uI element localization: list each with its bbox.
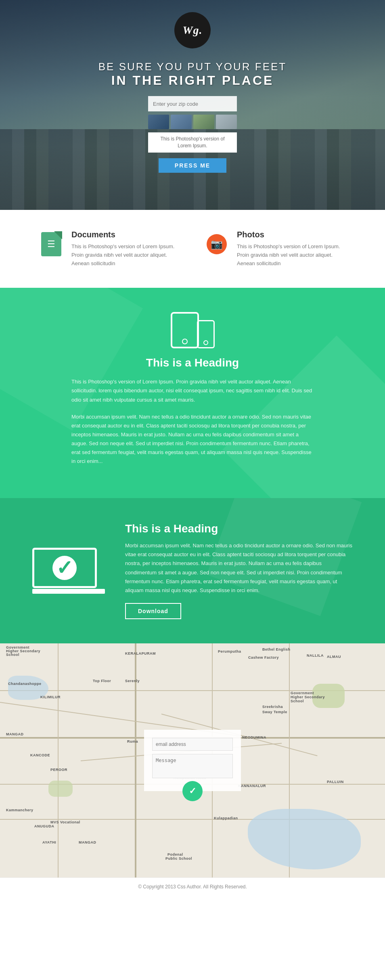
thumb-4[interactable]	[216, 115, 237, 129]
devices-icon	[32, 312, 353, 348]
road-v2	[58, 643, 59, 877]
download-button[interactable]: Download	[125, 603, 181, 619]
green1-paragraph2: Morbi accumsan ipsum velit. Nam nec tell…	[71, 413, 314, 466]
road-v1	[135, 643, 136, 877]
laptop-body: ✓	[32, 548, 97, 588]
map-email-input[interactable]	[152, 738, 233, 751]
map-label-mvs: MVS Vocational	[50, 820, 80, 824]
map-submit-check[interactable]: ✓	[182, 781, 203, 801]
map-label-publicschool: Public School	[165, 856, 192, 861]
map-label-kulappadian: Kulappadian	[214, 816, 238, 820]
logo: Wg.	[174, 12, 211, 48]
laptop-check-icon: ✓	[32, 548, 105, 594]
hero-input-area: This is Photoshop's version of Lorem Ips…	[148, 96, 237, 173]
thumb-1[interactable]	[148, 115, 169, 129]
green-section-2: ✓ This is a Heading Morbi accumsan ipsum…	[0, 498, 385, 643]
map-section: KERALAPURAM Perumputha Bethel English NA…	[0, 643, 385, 877]
green1-paragraph1: This is Photoshop's version of Lorem Ips…	[71, 377, 314, 404]
feature-photos-text: Photos This is Photoshop's version of Lo…	[237, 230, 346, 268]
map-label-palluin: PALLUIN	[327, 780, 344, 784]
map-label-serenly: Serenly	[125, 679, 140, 683]
thumb-2[interactable]	[171, 115, 192, 129]
map-label-gov5: Higher Secondary	[291, 695, 325, 699]
footer-text: © Copyright 2013 Css Author. All Rights …	[138, 884, 247, 890]
map-label-topfloor: Top Floor	[93, 679, 111, 683]
map-label-nallila: NALLILA	[307, 653, 324, 658]
tablet-icon	[171, 312, 199, 348]
thumb-3[interactable]	[193, 115, 214, 129]
map-label-neodumina: NEODUMINA	[242, 735, 266, 739]
feature-photos: 📷 Photos This is Photoshop's version of …	[205, 230, 346, 268]
feature-photos-title: Photos	[237, 230, 346, 239]
map-label-podenal: Podenal	[167, 852, 183, 856]
document-icon-symbol: ☰	[47, 239, 55, 249]
features-section: ☰ Documents This is Photoshop's version …	[0, 210, 385, 288]
map-label-ayathi: AYATHI	[42, 840, 56, 844]
map-label-bethel: Bethel English	[262, 647, 291, 651]
feature-documents-desc: This is Photoshop's version of Lorem Ips…	[71, 243, 180, 268]
hero-thumbnails	[148, 115, 237, 129]
zip-input[interactable]	[148, 96, 237, 111]
green1-heading: This is a Heading	[32, 356, 353, 369]
map-label-chandana: Chandanashoppe	[8, 682, 42, 686]
phone-icon	[197, 320, 215, 348]
laptop-base	[32, 589, 105, 594]
green2-paragraph: Morbi accumsan ipsum velit. Nam nec tell…	[125, 541, 353, 595]
map-water-1	[248, 809, 361, 869]
feature-photos-desc: This is Photoshop's version of Lorem Ips…	[237, 243, 346, 268]
camera-icon-symbol: 📷	[211, 239, 223, 250]
map-label-peroor: PEROOR	[50, 768, 67, 772]
map-label-perumputha: Perumputha	[218, 649, 241, 653]
green-section-1: This is a Heading This is Photoshop's ve…	[0, 288, 385, 498]
hero-section: Wg. BE SURE YOU PUT YOUR FEET IN THE RIG…	[0, 0, 385, 210]
map-label-cashew: Cashew Factory	[248, 655, 279, 660]
feature-documents-title: Documents	[71, 230, 180, 239]
green2-content: This is a Heading Morbi accumsan ipsum v…	[125, 522, 353, 619]
map-label-temple: Sway Temple	[262, 710, 287, 714]
map-label-kammanchery: Kammanchery	[6, 808, 33, 812]
map-label-gov3: School	[6, 653, 19, 657]
hero-panel-text: This is Photoshop's version of Lorem Ips…	[160, 136, 224, 149]
map-green-2	[48, 781, 73, 797]
check-circle: ✓	[52, 556, 77, 580]
map-label-kancode: KANCODE	[30, 753, 50, 757]
documents-icon-wrapper: ☰	[39, 230, 63, 258]
map-label-gov6: School	[291, 699, 304, 703]
map-label-mangad1: MANGAD	[6, 732, 24, 736]
map-background: KERALAPURAM Perumputha Bethel English NA…	[0, 643, 385, 877]
photos-icon-wrapper: 📷	[205, 230, 229, 258]
hero-line2: IN THE RIGHT PLACE	[98, 73, 287, 88]
hero-line1: BE SURE YOU PUT YOUR FEET	[98, 61, 287, 73]
map-label-mangad2: MANGAD	[79, 840, 96, 844]
press-me-button[interactable]: PRESS ME	[159, 158, 226, 173]
map-label-kilimilur: KILIMILUR	[40, 695, 61, 699]
feature-documents: ☰ Documents This is Photoshop's version …	[39, 230, 180, 268]
green2-heading: This is a Heading	[125, 522, 353, 535]
document-icon: ☰	[41, 232, 61, 256]
map-message-input[interactable]	[152, 754, 233, 778]
check-mark-icon: ✓	[56, 558, 73, 578]
photo-icon: 📷	[207, 234, 227, 254]
map-contact-form: ✓	[144, 730, 241, 791]
hero-panel: This is Photoshop's version of Lorem Ips…	[148, 132, 237, 153]
map-label-kannanalur: KANNANALUR	[238, 784, 266, 788]
map-label-gov4: Government	[291, 691, 314, 695]
map-label-sreekrisha: Sreekrisha	[262, 705, 283, 709]
feature-documents-text: Documents This is Photoshop's version of…	[71, 230, 180, 268]
footer: © Copyright 2013 Css Author. All Rights …	[0, 877, 385, 896]
map-label-almau: ALMAU	[327, 655, 341, 659]
map-label-anuguda: ANUGUDA	[34, 824, 54, 828]
map-label-ruma: Ruma	[127, 739, 138, 743]
map-label-keralapuram: KERALAPURAM	[125, 651, 156, 655]
hero-tagline: BE SURE YOU PUT YOUR FEET IN THE RIGHT P…	[98, 61, 287, 88]
